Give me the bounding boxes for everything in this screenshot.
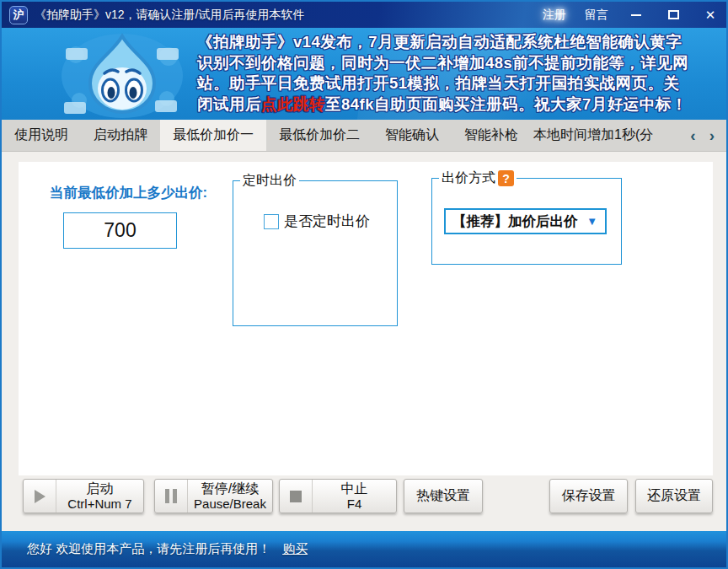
play-icon	[24, 480, 56, 513]
status-bar: 您好 欢迎使用本产品，请先注册后再使用！ 购买	[2, 531, 726, 567]
banner-text: 《拍牌助手》v14发布，7月更新启动自动适配系统杜绝智能确认黄字 识别不到价格问…	[197, 32, 725, 115]
bid-method-dropdown-value: 【推荐】加价后出价	[452, 212, 578, 231]
tab-start-auction[interactable]: 启动拍牌	[81, 120, 160, 151]
pause-button-label: 暂停/继续	[188, 481, 272, 497]
titlebar-actions: 注册 留言 ✕	[543, 2, 720, 28]
tab-page-content: 当前最低价加上多少出价: 定时出价 是否定时出价 出价方式 ? 【推荐】加价后出…	[2, 152, 726, 531]
tab-usage-help[interactable]: 使用说明	[2, 120, 81, 151]
pause-button-hotkey: Pause/Break	[188, 497, 272, 512]
pause-resume-button[interactable]: 暂停/继续 Pause/Break	[154, 479, 273, 513]
jump-link[interactable]: 点此跳转	[261, 95, 325, 113]
maximize-icon	[668, 10, 679, 19]
tab-lowest-bid-one[interactable]: 最低价加价一	[160, 120, 266, 151]
tab-smart-confirm[interactable]: 智能确认	[372, 120, 452, 151]
buy-link[interactable]: 购买	[282, 541, 308, 557]
chevron-down-icon: ▼	[586, 215, 597, 228]
abort-button-label: 中止	[313, 481, 396, 497]
abort-button-hotkey: F4	[313, 497, 396, 512]
tab-bar: 使用说明 启动拍牌 最低价加价一 最低价加价二 智能确认 智能补枪 本地时间增加…	[2, 120, 726, 152]
timed-bid-group-title: 定时出价	[240, 172, 299, 190]
help-icon[interactable]: ?	[498, 170, 514, 186]
pause-icon	[155, 480, 188, 513]
banner-line-4-pre: 闭试用后	[197, 95, 261, 113]
tab-local-time-add[interactable]: 本地时间增加1秒(分	[531, 120, 659, 151]
tab-lowest-bid-two[interactable]: 最低价加价二	[266, 120, 372, 151]
banner-line-1: 《拍牌助手》v14发布，7月更新启动自动适配系统杜绝智能确认黄字	[197, 32, 725, 53]
tab-scroll-left-icon[interactable]: ‹	[687, 126, 699, 145]
minimize-icon	[631, 14, 641, 16]
titlebar: 沪 《拍牌助手》v12，请确认注册/试用后再使用本软件 注册 留言 ✕	[2, 2, 726, 28]
status-message: 您好 欢迎使用本产品，请先注册后再使用！	[27, 541, 270, 557]
close-icon: ✕	[705, 8, 716, 23]
mascot-image	[51, 30, 194, 119]
stop-icon	[280, 480, 313, 513]
register-link[interactable]: 注册	[543, 8, 566, 23]
app-icon: 沪	[9, 6, 28, 24]
start-button[interactable]: 启动 Ctrl+Num 7	[23, 479, 144, 513]
timed-bid-group: 定时出价 是否定时出价	[233, 180, 398, 326]
window-title: 《拍牌助手》v12，请确认注册/试用后再使用本软件	[35, 8, 304, 23]
start-button-label: 启动	[56, 481, 143, 497]
message-link[interactable]: 留言	[585, 8, 608, 23]
banner-line-4-post: 至84fk自助页面购买注册码。祝大家7月好运中标！	[325, 95, 688, 113]
bid-increment-label: 当前最低价加上多少出价:	[50, 184, 207, 202]
banner-line-3: 站。助手平日免费试用打开51模拟，拍牌当天打开国拍实战网页。关	[197, 73, 725, 94]
timed-bid-checkbox[interactable]	[264, 214, 279, 229]
tab-scrollers: ‹ ›	[687, 120, 726, 151]
bid-method-group-title: 出价方式 ?	[439, 169, 517, 187]
app-window: 沪 《拍牌助手》v12，请确认注册/试用后再使用本软件 注册 留言 ✕	[0, 0, 728, 569]
bid-method-dropdown[interactable]: 【推荐】加价后出价 ▼	[444, 208, 607, 234]
hotkey-settings-button[interactable]: 热键设置	[404, 479, 483, 513]
banner-line-4: 闭试用后点此跳转至84fk自助页面购买注册码。祝大家7月好运中标！	[197, 94, 725, 115]
start-button-hotkey: Ctrl+Num 7	[56, 497, 143, 512]
abort-button[interactable]: 中止 F4	[279, 479, 397, 513]
restore-settings-button[interactable]: 还原设置	[635, 479, 713, 513]
timed-bid-checkbox-row[interactable]: 是否定时出价	[264, 212, 370, 231]
promo-banner: 《拍牌助手》v14发布，7月更新启动自动适配系统杜绝智能确认黄字 识别不到价格问…	[2, 28, 726, 120]
bid-increment-input[interactable]	[63, 212, 177, 249]
minimize-button[interactable]	[627, 6, 645, 24]
save-settings-button[interactable]: 保存设置	[549, 479, 628, 513]
banner-line-2: 识别不到价格问题，同时为一伏二补增加48s前不提前功能等，详见网	[197, 53, 725, 74]
maximize-button[interactable]	[664, 6, 682, 24]
bid-method-group: 出价方式 ? 【推荐】加价后出价 ▼	[431, 178, 622, 265]
settings-panel: 当前最低价加上多少出价: 定时出价 是否定时出价 出价方式 ? 【推荐】加价后出…	[19, 162, 713, 475]
tab-scroll-right-icon[interactable]: ›	[706, 126, 718, 145]
tab-smart-makeup[interactable]: 智能补枪	[452, 120, 531, 151]
timed-bid-checkbox-label: 是否定时出价	[284, 212, 370, 231]
close-button[interactable]: ✕	[701, 6, 720, 24]
